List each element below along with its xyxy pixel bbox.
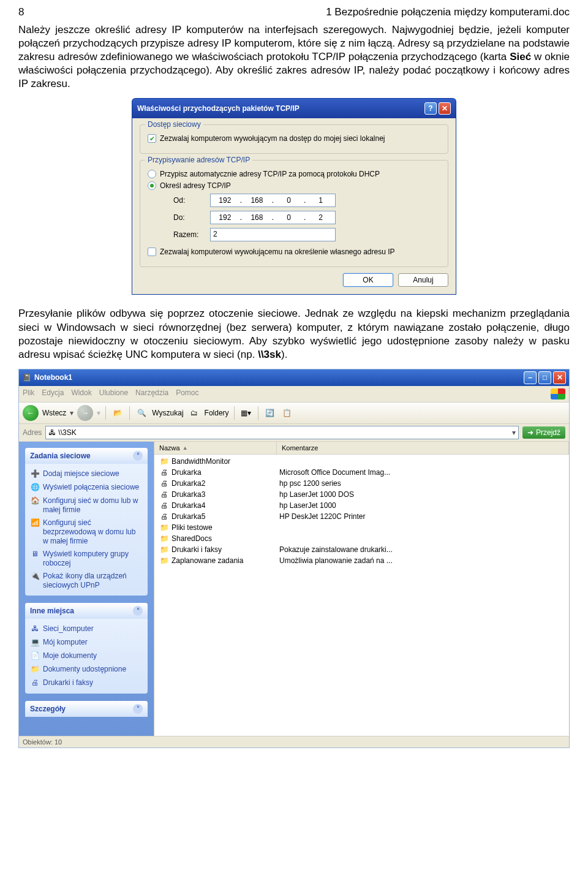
radio-dot-icon bbox=[150, 184, 154, 187]
fieldset-tcpip: Przypisywanie adresów TCP/IP Przypisz au… bbox=[140, 160, 448, 267]
item-name: Drukarka bbox=[172, 468, 202, 477]
fieldset-access: Dostęp sieciowy ✔ Zezwalaj komputerom wy… bbox=[140, 124, 448, 154]
list-item[interactable]: 📁SharedDocs bbox=[157, 533, 567, 544]
folder-icon: 📁 bbox=[159, 545, 169, 554]
up-icon[interactable]: 📂 bbox=[111, 406, 124, 420]
maximize-button[interactable]: □ bbox=[538, 371, 551, 384]
computers-icon: 🖥 bbox=[30, 550, 40, 559]
search-label[interactable]: Wyszukaj bbox=[152, 409, 183, 417]
menu-view[interactable]: Widok bbox=[71, 388, 91, 399]
radio-specify[interactable] bbox=[148, 181, 156, 190]
allow-own-ip-checkbox[interactable] bbox=[148, 248, 156, 256]
col-name[interactable]: Nazwa▲ bbox=[154, 442, 277, 454]
sidebar-item[interactable]: 🖨Drukarki i faksy bbox=[30, 676, 143, 690]
chevron-down-icon[interactable]: ▾ bbox=[97, 409, 100, 417]
ip-from-input[interactable]: 192. 168. 0. 1 bbox=[210, 194, 336, 207]
explorer-titlebar[interactable]: 📓 Notebook1 – □ ✕ bbox=[19, 369, 569, 386]
list-item[interactable]: 📁Drukarki i faksyPokazuje zainstalowane … bbox=[157, 544, 567, 555]
printers-icon: 🖨 bbox=[30, 678, 40, 688]
menubar: Plik Edycja Widok Ulubione Narzędzia Pom… bbox=[19, 386, 569, 403]
sidebar-item[interactable]: 💻Mój komputer bbox=[30, 636, 143, 649]
printer-icon: 🖨 bbox=[159, 512, 169, 521]
menu-tools[interactable]: Narzędzia bbox=[135, 388, 168, 399]
item-name: Drukarka4 bbox=[172, 501, 205, 510]
allow-access-checkbox[interactable]: ✔ bbox=[148, 134, 156, 143]
sidebar-item[interactable]: 🌐Wyświetl połączenia sieciowe bbox=[30, 481, 143, 494]
legend-access: Dostęp sieciowy bbox=[145, 120, 203, 129]
help-button[interactable]: ? bbox=[424, 102, 437, 115]
menu-file[interactable]: Plik bbox=[23, 388, 34, 399]
list-item[interactable]: 🖨Drukarka3hp LaserJet 1000 DOS bbox=[157, 489, 567, 500]
search-icon[interactable]: 🔍 bbox=[135, 406, 148, 420]
panel-header[interactable]: Zadania sieciowe˄ bbox=[25, 448, 148, 464]
app-icon: 📓 bbox=[22, 373, 31, 382]
panel-header[interactable]: Inne miejsca˄ bbox=[25, 603, 148, 619]
docs-icon: 📄 bbox=[30, 651, 40, 661]
total-field: 2 bbox=[210, 228, 336, 241]
dialog-title: Właściwości przychodzących pakietów TCP/… bbox=[137, 104, 300, 113]
list-item[interactable]: 🖨Drukarka5HP DeskJet 1220C Printer bbox=[157, 511, 567, 522]
sidebar-item[interactable]: 🔌Pokaż ikony dla urządzeń sieciowych UPn… bbox=[30, 570, 143, 592]
list-item[interactable]: 🖨Drukarka2hp psc 1200 series bbox=[157, 478, 567, 489]
list-item[interactable]: 📁Zaplanowane zadaniaUmożliwia planowanie… bbox=[157, 555, 567, 566]
home-net-icon: 🏠 bbox=[30, 496, 40, 506]
window-close-button[interactable]: ✕ bbox=[553, 371, 566, 384]
legend-tcpip: Przypisywanie adresów TCP/IP bbox=[145, 156, 252, 164]
main-area: Nazwa▲ Komentarze 📁BandwidthMonitor🖨Druk… bbox=[154, 442, 569, 736]
sidebar-item[interactable]: 🖧Sieci_komputer bbox=[30, 623, 143, 636]
item-comment: hp LaserJet 1000 DOS bbox=[279, 490, 564, 499]
list-item[interactable]: 📁Pliki testowe bbox=[157, 522, 567, 533]
sidebar-item[interactable]: 📶Konfiguruj sieć bezprzewodową w domu lu… bbox=[30, 517, 143, 548]
radio-dhcp-label: Przypisz automatycznie adresy TCP/IP za … bbox=[160, 170, 380, 178]
views-icon[interactable]: ▦▾ bbox=[239, 406, 253, 420]
ip-to-input[interactable]: 192. 168. 0. 2 bbox=[210, 211, 336, 224]
page-number: 8 bbox=[18, 6, 24, 18]
paragraph-2: Przesyłanie plików odbywa się poprzez ot… bbox=[18, 307, 570, 361]
panel-header[interactable]: Szczegóły˅ bbox=[25, 701, 148, 717]
printer-icon: 🖨 bbox=[159, 501, 169, 510]
sidebar-item[interactable]: 📁Dokumenty udostępnione bbox=[30, 663, 143, 676]
sidebar-item[interactable]: ➕Dodaj miejsce sieciowe bbox=[30, 467, 143, 481]
forward-button[interactable]: → bbox=[77, 405, 93, 421]
menu-help[interactable]: Pomoc bbox=[176, 388, 198, 399]
item-comment: hp LaserJet 1000 bbox=[279, 501, 564, 510]
close-button[interactable]: ✕ bbox=[439, 102, 451, 115]
total-label: Razem: bbox=[173, 230, 210, 239]
sync-icon[interactable]: 🔄 bbox=[263, 406, 277, 420]
check-icon: ✔ bbox=[149, 135, 155, 142]
list-item[interactable]: 📁BandwidthMonitor bbox=[157, 456, 567, 467]
tcpip-dialog: Właściwości przychodzących pakietów TCP/… bbox=[132, 98, 456, 295]
menu-fav[interactable]: Ulubione bbox=[99, 388, 128, 399]
minimize-button[interactable]: – bbox=[524, 371, 537, 384]
allow-own-ip-label: Zezwalaj komputerowi wywołującemu na okr… bbox=[160, 248, 395, 256]
back-button[interactable]: ← bbox=[23, 405, 39, 421]
ok-button[interactable]: OK bbox=[343, 273, 393, 287]
list-item[interactable]: 🖨DrukarkaMicrosoft Office Document Imag.… bbox=[157, 467, 567, 478]
folders-icon[interactable]: 🗂 bbox=[187, 406, 201, 420]
menu-edit[interactable]: Edycja bbox=[42, 388, 64, 399]
panel-other-places: Inne miejsca˄ 🖧Sieci_komputer 💻Mój kompu… bbox=[25, 603, 148, 694]
sidebar-item[interactable]: 📄Moje dokumenty bbox=[30, 649, 143, 663]
item-name: Zaplanowane zadania bbox=[172, 556, 243, 565]
item-name: SharedDocs bbox=[172, 534, 212, 543]
chevron-down-icon[interactable]: ▾ bbox=[70, 409, 74, 417]
address-bar: Adres 🖧 \\3SK ▾ ➜Przejdź bbox=[19, 424, 569, 442]
dialog-titlebar[interactable]: Właściwości przychodzących pakietów TCP/… bbox=[132, 98, 456, 118]
radio-dhcp[interactable] bbox=[148, 170, 156, 178]
item-name: Drukarka2 bbox=[172, 479, 205, 488]
sidebar-item[interactable]: 🖥Wyświetl komputery grupy roboczej bbox=[30, 548, 143, 570]
copy-icon[interactable]: 📋 bbox=[281, 406, 294, 420]
cancel-button[interactable]: Anuluj bbox=[398, 273, 448, 287]
address-input[interactable]: 🖧 \\3SK ▾ bbox=[45, 426, 519, 439]
folders-label[interactable]: Foldery bbox=[205, 409, 229, 417]
item-comment: Umożliwia planowanie zadań na ... bbox=[279, 556, 564, 565]
explorer-title: Notebook1 bbox=[34, 373, 72, 382]
toolbar: ← Wstecz ▾ → ▾ 📂 🔍 Wyszukaj 🗂 Foldery ▦▾… bbox=[19, 403, 569, 424]
sidebar-item[interactable]: 🏠Konfiguruj sieć w domu lub w małej firm… bbox=[30, 494, 143, 517]
address-label: Adres bbox=[23, 428, 42, 437]
col-comment[interactable]: Komentarze bbox=[277, 442, 569, 454]
item-name: BandwidthMonitor bbox=[172, 457, 230, 466]
list-item[interactable]: 🖨Drukarka4hp LaserJet 1000 bbox=[157, 500, 567, 511]
printer-icon: 🖨 bbox=[159, 467, 169, 477]
go-button[interactable]: ➜Przejdź bbox=[522, 426, 565, 439]
